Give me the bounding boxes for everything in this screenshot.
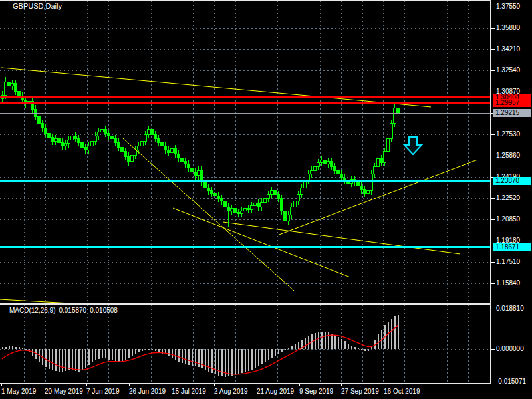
time-axis-label: 7 Jun 2019 bbox=[86, 388, 120, 396]
trendline-5[interactable] bbox=[279, 160, 477, 235]
time-axis-label: 1 May 2019 bbox=[1, 388, 36, 396]
macd-axis-label: -0.015071 bbox=[496, 378, 526, 386]
price-axis-label: 1.27530 bbox=[496, 130, 520, 138]
time-axis-label: 16 Oct 2019 bbox=[384, 388, 420, 396]
chart-canvas[interactable] bbox=[0, 0, 532, 399]
price-badge-1.29215: 1.29215 bbox=[493, 109, 531, 117]
price-badge-1.29957: 1.29957 bbox=[493, 99, 531, 107]
time-axis-label: 27 Sep 2019 bbox=[341, 388, 379, 396]
macd-signal-line bbox=[2, 326, 398, 374]
trendline-2[interactable] bbox=[123, 138, 294, 291]
time-axis-label: 15 Jul 2019 bbox=[172, 388, 206, 396]
macd-pane bbox=[2, 315, 398, 377]
price-badge-1.23870: 1.23870 bbox=[493, 177, 531, 185]
trendline-3[interactable] bbox=[173, 208, 350, 277]
macd-axis-label: 0.000000 bbox=[496, 345, 524, 353]
price-axis-label: 1.25860 bbox=[496, 152, 520, 160]
macd-axis-label: 0.018810 bbox=[496, 305, 524, 313]
horizontal-lines[interactable] bbox=[0, 98, 490, 247]
price-axis-label: 1.37550 bbox=[496, 3, 520, 11]
trendline-6[interactable] bbox=[0, 299, 70, 303]
time-axis-label: 26 Jun 2019 bbox=[129, 388, 166, 396]
trading-chart-window: GBPUSD,Daily MACD(12,26,9)0.0158700.0105… bbox=[0, 0, 532, 399]
down-arrow-icon[interactable] bbox=[404, 137, 422, 154]
macd-signal-value: 0.010508 bbox=[90, 307, 118, 314]
macd-main-value: 0.015870 bbox=[59, 307, 86, 314]
time-axis-label: 9 Sep 2019 bbox=[299, 388, 333, 396]
price-axis-label: 1.17510 bbox=[496, 258, 520, 266]
price-badge-1.18671: 1.18671 bbox=[493, 243, 531, 251]
chart-title: GBPUSD,Daily bbox=[13, 2, 62, 11]
time-axis-label: 20 May 2019 bbox=[45, 388, 83, 396]
price-axis-label: 1.22520 bbox=[496, 194, 520, 202]
price-axis-label: 1.15840 bbox=[496, 279, 520, 287]
macd-indicator-label: MACD(12,26,9)0.0158700.010508 bbox=[9, 307, 121, 315]
time-axis-label: 2 Aug 2019 bbox=[214, 388, 248, 396]
price-axis-label: 1.35880 bbox=[496, 24, 520, 32]
time-axis-label: 21 Aug 2019 bbox=[257, 388, 294, 396]
price-axis-label: 1.32540 bbox=[496, 66, 520, 74]
price-axis-label: 1.20850 bbox=[496, 215, 520, 223]
trendline-1[interactable] bbox=[1, 68, 431, 107]
pane-borders bbox=[0, 0, 495, 386]
macd-name: MACD(12,26,9) bbox=[9, 307, 55, 314]
grid-lines bbox=[0, 1, 490, 382]
price-axis-label: 1.34210 bbox=[496, 45, 520, 53]
